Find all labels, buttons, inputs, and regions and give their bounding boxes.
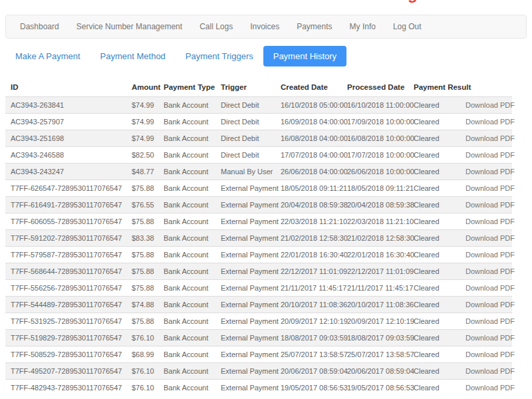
cell-payment-result: Cleared <box>408 247 466 263</box>
cell-created-date: 22/12/2017 11:01:09 <box>275 263 342 280</box>
cell-created-date: 16/09/2018 04:00:00 <box>275 114 342 130</box>
page-title-clip: Welcome Back To Your 24/7 Real Time Acco… <box>5 0 527 4</box>
download-pdf-link[interactable]: Download PDF <box>466 350 515 358</box>
payment-history-section: IDAmountPayment TypeTriggerCreated DateP… <box>5 77 527 396</box>
column-header-payment-result: Payment Result <box>408 77 466 97</box>
download-pdf-link[interactable]: Download PDF <box>466 134 515 142</box>
download-pdf-link[interactable]: Download PDF <box>466 101 515 109</box>
cell-payment-result: Cleared <box>408 346 466 363</box>
download-pdf-link[interactable]: Download PDF <box>466 201 515 209</box>
cell-processed-date: 18/05/2018 09:11:21 <box>342 180 408 197</box>
cell-id: T7FF-606055-7289530117076547 <box>5 213 126 230</box>
table-row: T7FF-606055-7289530117076547$75.88Bank A… <box>5 213 512 230</box>
page-title: Welcome Back To Your 24/7 Real Time Acco… <box>5 0 527 4</box>
cell-download: Download PDF <box>466 130 512 147</box>
cell-payment-type: Bank Account <box>158 114 215 130</box>
tab-payment-method[interactable]: Payment Method <box>90 46 176 66</box>
cell-trigger: Direct Debit <box>215 97 275 114</box>
cell-processed-date: 16/08/2018 10:00:00 <box>342 130 408 147</box>
download-pdf-link[interactable]: Download PDF <box>466 251 515 259</box>
column-header-created-date: Created Date <box>275 77 342 97</box>
nav-item-payments[interactable]: Payments <box>288 15 340 38</box>
tab-make-a-payment[interactable]: Make A Payment <box>5 46 90 66</box>
cell-created-date: 20/10/2017 11:08:36 <box>275 297 342 313</box>
tab-payment-triggers[interactable]: Payment Triggers <box>176 46 263 66</box>
nav-item-call-logs[interactable]: Call Logs <box>191 15 241 38</box>
cell-processed-date: 20/06/2017 08:59:04 <box>342 363 408 380</box>
table-row: T7FF-556256-7289530117076547$75.88Bank A… <box>5 280 512 297</box>
download-pdf-link[interactable]: Download PDF <box>466 217 515 225</box>
cell-processed-date: 20/10/2017 11:08:36 <box>342 297 408 313</box>
cell-processed-date: 22/03/2018 11:21:10 <box>342 213 408 230</box>
cell-processed-date: 19/05/2017 08:56:53 <box>342 380 408 396</box>
column-header-actions <box>466 77 512 97</box>
column-header-payment-type: Payment Type <box>158 77 215 97</box>
cell-created-date: 16/10/2018 05:00:00 <box>275 97 342 114</box>
cell-amount: $75.88 <box>126 247 158 263</box>
download-pdf-link[interactable]: Download PDF <box>466 317 515 325</box>
nav-item-service-number-management[interactable]: Service Number Management <box>68 15 191 38</box>
navbar-item: Call Logs <box>191 15 241 38</box>
cell-trigger: Manual By User <box>215 164 275 180</box>
cell-id: T7FF-591202-7289530117076547 <box>5 230 126 247</box>
table-row: T7FF-591202-7289530117076547$83.38Bank A… <box>5 230 512 247</box>
table-body: AC3943-263841$74.99Bank AccountDirect De… <box>5 97 512 396</box>
table-header-row: IDAmountPayment TypeTriggerCreated DateP… <box>5 77 512 97</box>
nav-item-dashboard[interactable]: Dashboard <box>11 15 68 38</box>
download-pdf-link[interactable]: Download PDF <box>466 184 515 192</box>
cell-id: T7FF-519829-7289530117076547 <box>5 330 126 346</box>
cell-trigger: External Payment <box>215 180 275 197</box>
download-pdf-link[interactable]: Download PDF <box>466 151 515 159</box>
cell-processed-date: 17/07/2018 10:00:00 <box>342 147 408 164</box>
cell-download: Download PDF <box>466 197 512 213</box>
cell-payment-result: Cleared <box>408 280 466 297</box>
download-pdf-link[interactable]: Download PDF <box>466 284 515 292</box>
download-pdf-link[interactable]: Download PDF <box>466 301 515 309</box>
download-pdf-link[interactable]: Download PDF <box>466 267 515 275</box>
cell-payment-result: Cleared <box>408 197 466 213</box>
cell-id: T7FF-544489-7289530117076547 <box>5 297 126 313</box>
download-pdf-link[interactable]: Download PDF <box>466 334 515 342</box>
cell-trigger: External Payment <box>215 263 275 280</box>
nav-item-log-out[interactable]: Log Out <box>384 15 430 38</box>
cell-payment-type: Bank Account <box>158 330 215 346</box>
cell-id: T7FF-616491-7289530117076547 <box>5 197 126 213</box>
cell-trigger: Direct Debit <box>215 130 275 147</box>
table-row: T7FF-495207-7289530117076547$76.10Bank A… <box>5 363 512 380</box>
cell-created-date: 22/01/2018 16:30:40 <box>275 247 342 263</box>
cell-id: T7FF-482943-7289530117076547 <box>5 380 126 396</box>
cell-amount: $74.99 <box>126 130 158 147</box>
cell-download: Download PDF <box>466 380 512 396</box>
navbar-items: DashboardService Number ManagementCall L… <box>11 15 430 38</box>
cell-created-date: 19/05/2017 08:56:53 <box>275 380 342 396</box>
cell-payment-result: Cleared <box>408 164 466 180</box>
table-row: T7FF-519829-7289530117076547$76.10Bank A… <box>5 330 512 346</box>
tab-payment-history[interactable]: Payment History <box>263 46 346 66</box>
cell-payment-type: Bank Account <box>158 346 215 363</box>
cell-payment-result: Cleared <box>408 297 466 313</box>
download-pdf-link[interactable]: Download PDF <box>466 118 515 126</box>
table-row: AC3943-251698$74.99Bank AccountDirect De… <box>5 130 512 147</box>
cell-amount: $68.99 <box>126 346 158 363</box>
cell-created-date: 26/06/2018 04:00:00 <box>275 164 342 180</box>
nav-item-invoices[interactable]: Invoices <box>241 15 288 38</box>
cell-download: Download PDF <box>466 97 512 114</box>
cell-created-date: 20/06/2017 08:59:04 <box>275 363 342 380</box>
cell-id: AC3943-243247 <box>5 164 126 180</box>
download-pdf-link[interactable]: Download PDF <box>466 367 515 375</box>
download-pdf-link[interactable]: Download PDF <box>466 384 515 392</box>
cell-created-date: 16/08/2018 04:00:00 <box>275 130 342 147</box>
table-row: AC3943-257907$74.99Bank AccountDirect De… <box>5 114 512 130</box>
cell-payment-result: Cleared <box>408 230 466 247</box>
cell-download: Download PDF <box>466 263 512 280</box>
nav-item-my-info[interactable]: My Info <box>341 15 384 38</box>
main-navbar: DashboardService Number ManagementCall L… <box>5 15 527 39</box>
cell-payment-type: Bank Account <box>158 247 215 263</box>
download-pdf-link[interactable]: Download PDF <box>466 234 515 242</box>
cell-trigger: External Payment <box>215 230 275 247</box>
cell-payment-type: Bank Account <box>158 180 215 197</box>
cell-download: Download PDF <box>466 297 512 313</box>
cell-download: Download PDF <box>466 247 512 263</box>
download-pdf-link[interactable]: Download PDF <box>466 168 515 176</box>
navbar-item: Log Out <box>384 15 430 38</box>
